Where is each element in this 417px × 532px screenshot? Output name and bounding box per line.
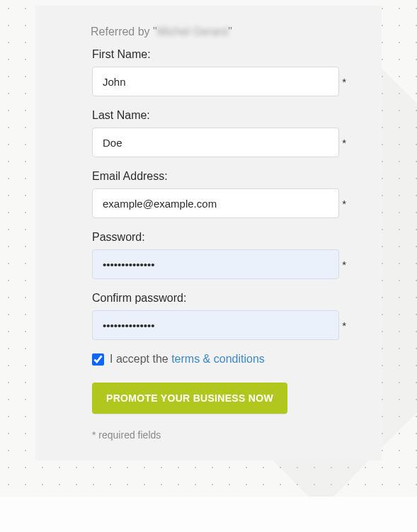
password-label: Password: xyxy=(92,231,346,244)
terms-link[interactable]: terms & conditions xyxy=(171,353,265,365)
password-input[interactable] xyxy=(92,249,339,279)
required-asterisk: * xyxy=(342,319,346,332)
email-field: Email Address: * xyxy=(92,170,346,218)
confirm-password-input[interactable] xyxy=(92,310,339,340)
password-field: Password: * xyxy=(92,231,346,279)
referred-suffix: " xyxy=(228,26,232,38)
confirm-password-field: Confirm password: * xyxy=(92,292,346,340)
terms-prefix: I accept the xyxy=(110,353,171,365)
submit-button[interactable]: PROMOTE YOUR BUSINESS NOW xyxy=(92,383,287,414)
terms-checkbox[interactable] xyxy=(92,353,104,366)
required-asterisk: * xyxy=(342,198,346,210)
last-name-label: Last Name: xyxy=(92,109,346,122)
first-name-label: First Name: xyxy=(92,48,346,61)
email-label: Email Address: xyxy=(92,170,346,183)
referred-name: Michel Gerard xyxy=(157,26,228,38)
email-input[interactable] xyxy=(92,188,339,218)
required-fields-note: * required fields xyxy=(92,429,346,441)
required-asterisk: * xyxy=(342,137,346,149)
required-asterisk: * xyxy=(342,76,346,88)
referred-by-text: Referred by "Michel Gerard" xyxy=(91,26,346,38)
terms-row: I accept the terms & conditions xyxy=(92,353,346,366)
referred-prefix: Referred by " xyxy=(91,26,157,38)
last-name-input[interactable] xyxy=(92,128,339,157)
signup-form-card: Referred by "Michel Gerard" First Name: … xyxy=(35,6,382,460)
last-name-field: Last Name: * xyxy=(92,109,346,157)
required-asterisk: * xyxy=(342,259,346,271)
first-name-input[interactable] xyxy=(92,67,339,96)
confirm-password-label: Confirm password: xyxy=(92,292,346,305)
first-name-field: First Name: * xyxy=(92,48,346,96)
